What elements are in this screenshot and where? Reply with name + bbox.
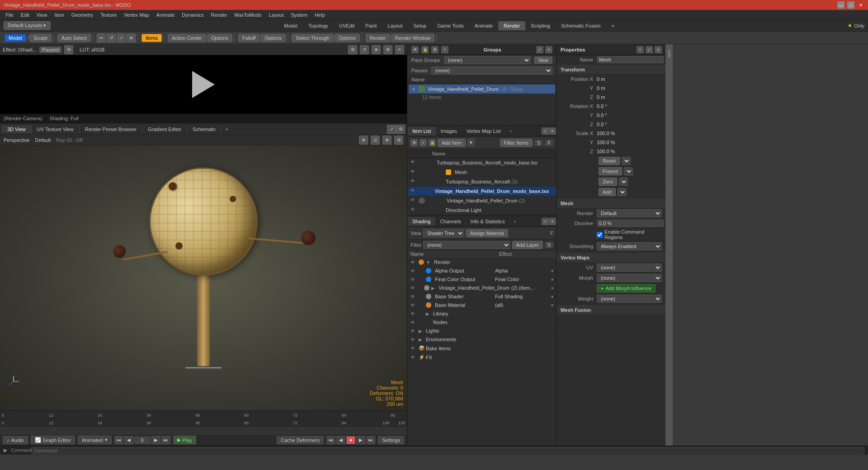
layout-tab-add[interactable]: + bbox=[606, 21, 619, 30]
auto-select-btn[interactable]: Auto Select bbox=[57, 34, 91, 42]
render-dropdown[interactable]: Default bbox=[597, 209, 662, 217]
zero-btn[interactable]: Zero bbox=[599, 178, 617, 186]
shade-row-alpha[interactable]: 👁 Alpha Output Alpha ▾ bbox=[408, 267, 556, 275]
add-item-dropdown[interactable]: ▾ bbox=[467, 139, 475, 146]
tab-gradient[interactable]: Gradient Editor bbox=[142, 125, 187, 133]
options-btn-3[interactable]: Options bbox=[335, 34, 360, 42]
layout-tab-gametools[interactable]: Game Tools bbox=[432, 21, 469, 30]
perspective-label[interactable]: Perspective bbox=[4, 137, 29, 143]
shade-row-fx[interactable]: 👁 ⚡ FX bbox=[408, 353, 556, 362]
groups-menu-icon[interactable]: ≡ bbox=[545, 46, 552, 53]
transform-icon-1[interactable]: ⇔ bbox=[97, 33, 106, 42]
freeze-dropdown[interactable] bbox=[624, 167, 633, 175]
shade-row-library[interactable]: 👁 ▶ Library bbox=[408, 310, 556, 318]
graph-editor-btn[interactable]: 📈 Graph Editor bbox=[31, 436, 75, 444]
shade-dropdown-drum[interactable]: ▾ bbox=[551, 286, 553, 291]
menu-layout[interactable]: Layout bbox=[265, 11, 287, 19]
add-transform-btn[interactable]: Add bbox=[599, 188, 616, 196]
groups-eye-icon[interactable]: 👁 bbox=[411, 46, 419, 53]
render-settings-icon[interactable]: ⚙ bbox=[383, 45, 392, 54]
menu-item[interactable]: Item bbox=[51, 11, 67, 19]
reset-dropdown[interactable] bbox=[622, 157, 631, 165]
dissolve-input[interactable] bbox=[597, 220, 664, 227]
shade-row-render[interactable]: 👁 ▼ Render bbox=[408, 258, 556, 267]
group-item-0[interactable]: ▼ Vintage_Handheld_Pellet_Drum (3) : Gro… bbox=[409, 85, 555, 94]
render-menu-icon[interactable]: ≡ bbox=[395, 45, 404, 54]
items-lock-icon[interactable]: 🔒 bbox=[429, 139, 436, 146]
layout-tab-schematic[interactable]: Schematic Fusion bbox=[556, 21, 606, 30]
next-frame-btn[interactable]: ▶ bbox=[151, 436, 160, 444]
layout-tab-topology[interactable]: Topology bbox=[303, 21, 334, 30]
add-dropdown[interactable] bbox=[618, 188, 627, 196]
tab-uvtexture[interactable]: UV Texture View bbox=[32, 125, 80, 133]
weight-dropdown[interactable]: (none) bbox=[597, 295, 662, 303]
groups-lock-icon[interactable]: 🔒 bbox=[421, 46, 429, 53]
shade-dropdown-shader[interactable]: ▾ bbox=[551, 294, 553, 299]
go-end-btn[interactable]: ⏭ bbox=[161, 436, 170, 444]
shade-row-environments[interactable]: 👁 ▶ Environments bbox=[408, 335, 556, 344]
reset-btn[interactable]: Reset bbox=[599, 157, 620, 165]
tab-channels[interactable]: Channels bbox=[435, 217, 466, 226]
raygl-label[interactable]: Ray GL: Off bbox=[56, 137, 82, 143]
props-expand-icon[interactable]: ⤢ bbox=[646, 46, 653, 53]
layout-tab-uvedit[interactable]: UVEdit bbox=[334, 21, 360, 30]
viewport-orient-icon[interactable]: ⊕ bbox=[359, 136, 368, 145]
shade-row-shader[interactable]: 👁 Base Shader Full Shading ▾ bbox=[408, 292, 556, 301]
menu-file[interactable]: File bbox=[2, 11, 17, 19]
shading-label[interactable]: Default bbox=[35, 137, 51, 143]
layout-tab-paint[interactable]: Paint bbox=[360, 21, 382, 30]
props-menu-icon[interactable]: ≡ bbox=[655, 46, 662, 53]
item-row-2[interactable]: 👁 Turboprop_Business_Aircraft (3) bbox=[408, 177, 556, 187]
go-start-btn[interactable]: ⏮ bbox=[114, 436, 123, 444]
item-row-1[interactable]: 👁 Mesh bbox=[408, 168, 556, 177]
viewport-maximize-icon[interactable]: ⤢ bbox=[387, 125, 396, 134]
vertex-maps-header[interactable]: Vertex Maps bbox=[557, 253, 665, 263]
shade-row-material[interactable]: 👁 Base Material (all) ▾ bbox=[408, 301, 556, 310]
menu-dynamics[interactable]: Dynamics bbox=[178, 11, 207, 19]
transform-icon-4[interactable]: ⊕ bbox=[127, 33, 136, 42]
item-row-0[interactable]: 👁 Turboprop_Business_Aircraft_modo_base.… bbox=[408, 158, 556, 168]
shade-row-final-color[interactable]: 👁 Final Color Output Final Color ▾ bbox=[408, 275, 556, 284]
model-btn[interactable]: Model bbox=[5, 34, 26, 42]
layout-tab-setup[interactable]: Setup bbox=[408, 21, 432, 30]
layout-tab-model[interactable]: Model bbox=[278, 21, 303, 30]
pb-icon-4[interactable]: ▶ bbox=[356, 436, 365, 444]
name-input[interactable] bbox=[597, 56, 664, 63]
items-add-icon[interactable]: + bbox=[420, 139, 427, 146]
menu-animate[interactable]: Animate bbox=[153, 11, 178, 19]
tab-info-stats[interactable]: Info & Statistics bbox=[466, 217, 510, 226]
layout-tab-scripting[interactable]: Scripting bbox=[525, 21, 556, 30]
filter-dropdown[interactable]: (none) bbox=[423, 241, 510, 249]
render-zoom-icon[interactable]: ⊕ bbox=[372, 45, 381, 54]
groups-settings-icon[interactable]: ⚙ bbox=[431, 46, 439, 53]
select-through-btn[interactable]: Select Through bbox=[292, 34, 333, 42]
items-eye-icon[interactable]: 👁 bbox=[410, 139, 418, 146]
tab-item-list[interactable]: Item List bbox=[408, 127, 436, 136]
animated-btn[interactable]: Animated ▾ bbox=[78, 436, 111, 444]
minimize-btn[interactable]: — bbox=[837, 1, 844, 9]
shade-dropdown-material[interactable]: ▾ bbox=[551, 303, 553, 308]
layout-tab-render[interactable]: Render bbox=[498, 21, 525, 30]
options-btn-1[interactable]: Options bbox=[207, 34, 232, 42]
mesh-fusion-header[interactable]: Mesh Fusion bbox=[557, 305, 665, 315]
tab-add[interactable]: + bbox=[222, 125, 231, 133]
shade-dropdown-final[interactable]: ▾ bbox=[551, 277, 553, 282]
items-S-btn[interactable]: S bbox=[534, 140, 543, 146]
falloff-btn[interactable]: Falloff bbox=[238, 34, 260, 42]
add-morph-influence-btn[interactable]: Add Morph Influence bbox=[597, 284, 656, 292]
item-row-3[interactable]: 👁 Vintage_Handheld_Pellet_Drum_modo_base… bbox=[408, 187, 556, 196]
pass-groups-dropdown[interactable]: (none) bbox=[444, 56, 531, 64]
groups-expand-icon[interactable]: ⤢ bbox=[536, 46, 543, 53]
layout-tab-animate[interactable]: Animate bbox=[469, 21, 498, 30]
render-expand-icon[interactable]: ⚙ bbox=[348, 45, 357, 54]
shading-S-btn[interactable]: S bbox=[545, 242, 553, 248]
passes-dropdown[interactable]: (none) bbox=[431, 66, 552, 75]
viewport-config-icon[interactable]: ⚙ bbox=[394, 136, 403, 145]
props-add-icon[interactable]: + bbox=[637, 46, 644, 53]
add-layer-btn[interactable]: Add Layer bbox=[512, 241, 543, 249]
frame-input[interactable] bbox=[134, 437, 151, 444]
viewport-canvas[interactable]: Mesh Channels: 0 Deformers: ON GL: 570,9… bbox=[0, 146, 407, 410]
maximize-btn[interactable]: □ bbox=[847, 1, 854, 9]
tab-renderpreset[interactable]: Render Preset Browser bbox=[80, 125, 142, 133]
play-btn[interactable]: ▶ Play bbox=[173, 436, 196, 444]
